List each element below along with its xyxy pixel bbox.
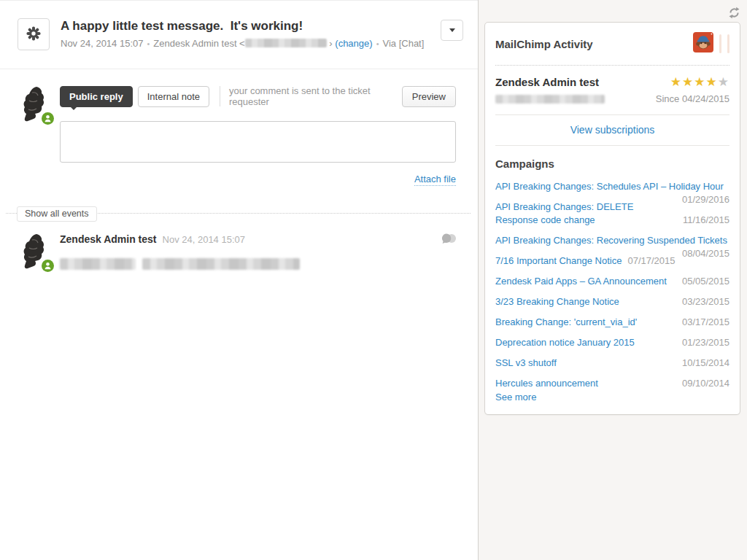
mailchimp-activity-card: MailChimp Activity <box>484 22 740 415</box>
campaign-link[interactable]: API Breaking Changes: DELETE Response co… <box>495 201 678 227</box>
chevron-down-icon <box>449 28 455 32</box>
agent-avatar <box>20 86 52 127</box>
redacted-comment-body <box>60 258 456 270</box>
gear-icon <box>26 26 41 43</box>
comment-item: Zendesk Admin testNov 24, 2014 15:07 <box>0 221 478 270</box>
reply-composer: Public reply Internal note your comment … <box>0 69 478 185</box>
ticket-title: A happy little test message. It's workin… <box>61 19 430 34</box>
star-icon: ★ <box>706 75 718 89</box>
skeleton-bar <box>727 34 729 53</box>
composer-hint: your comment is sent to the ticket reque… <box>229 85 402 107</box>
refresh-apps-button[interactable] <box>727 7 740 20</box>
ticket-meta: Nov 24, 2014 15:07•Zendesk Admin test < … <box>61 37 429 50</box>
campaign-date: 10/15/2014 <box>682 357 729 370</box>
dotted-divider <box>495 65 729 66</box>
attach-file-link[interactable]: Attach file <box>414 174 456 186</box>
card-header: MailChimp Activity <box>495 32 729 55</box>
change-requester-link[interactable]: (change) <box>335 38 372 49</box>
campaign-link[interactable]: SSL v3 shutoff <box>495 357 557 368</box>
campaign-date: 03/17/2015 <box>682 316 729 329</box>
requester-name: Zendesk Admin test < <box>153 38 244 49</box>
campaign-date: 09/10/2014 <box>682 377 729 390</box>
comment-author: Zendesk Admin test <box>60 233 157 245</box>
ticket-timestamp: Nov 24, 2014 15:07 <box>61 38 143 49</box>
redacted-text <box>142 258 300 270</box>
campaign-row: 7/16 Important Change Notice07/17/2015 <box>495 254 729 268</box>
campaign-row: Hercules announcement09/10/2014 <box>495 377 729 390</box>
reply-textarea[interactable] <box>60 121 456 163</box>
apps-sidebar: MailChimp Activity <box>478 0 747 560</box>
campaign-row: API Breaking Changes: Schedules API – Ho… <box>495 180 729 193</box>
campaign-row: API Breaking Changes: DELETE Response co… <box>495 201 729 227</box>
divider <box>495 145 729 146</box>
show-all-events-button[interactable]: Show all events <box>17 206 97 222</box>
ticket-header-text: A happy little test message. It's workin… <box>61 18 441 50</box>
ticket-pane: A happy little test message. It's workin… <box>0 0 478 560</box>
mailchimp-logo <box>693 32 713 55</box>
chat-bubbles-icon <box>441 233 457 249</box>
via-channel: Via [Chat] <box>382 38 424 49</box>
campaign-date: 05/05/2015 <box>682 275 729 288</box>
campaign-link[interactable]: Deprecation notice January 2015 <box>495 337 635 348</box>
member-since: Since 04/24/2015 <box>605 93 729 104</box>
comment-header: Zendesk Admin testNov 24, 2014 15:07 <box>60 233 456 246</box>
campaign-link[interactable]: Breaking Change: 'current_via_id' <box>495 316 637 327</box>
tab-public-reply[interactable]: Public reply <box>60 86 133 107</box>
comment-avatar <box>20 233 52 274</box>
redacted-email <box>495 95 605 104</box>
member-details-row: Since 04/24/2015 <box>495 93 729 104</box>
presence-badge-person-icon <box>42 260 54 275</box>
redacted-email <box>245 39 327 47</box>
campaign-link[interactable]: API Breaking Changes: Schedules API – Ho… <box>495 181 724 192</box>
tab-internal-note[interactable]: Internal note <box>138 86 209 107</box>
campaigns-heading: Campaigns <box>495 158 729 170</box>
campaign-link[interactable]: 3/23 Breaking Change Notice <box>495 296 619 307</box>
campaign-row: API Breaking Changes: Recovering Suspend… <box>495 234 729 247</box>
campaign-row: Deprecation notice January 201501/23/201… <box>495 336 729 349</box>
member-row: Zendesk Admin test ★★★★★ <box>495 76 729 88</box>
meta-separator: • <box>373 39 383 48</box>
composer-toolbar: Public reply Internal note your comment … <box>60 85 456 107</box>
comment-timestamp: Nov 24, 2014 15:07 <box>163 234 245 245</box>
attach-row: Attach file <box>60 172 456 185</box>
member-name: Zendesk Admin test <box>495 76 670 88</box>
member-rating: ★★★★★ <box>670 76 729 88</box>
star-icon: ★ <box>718 75 729 89</box>
campaign-link[interactable]: Hercules announcement <box>495 378 598 389</box>
app-title: MailChimp Activity <box>495 38 693 50</box>
star-icon: ★ <box>694 75 705 89</box>
campaign-date: 07/17/2015 <box>627 255 675 266</box>
campaign-link[interactable]: 7/16 Important Change Notice <box>495 255 622 266</box>
campaign-link[interactable]: API Breaking Changes: Recovering Suspend… <box>495 235 727 246</box>
skeleton-bar <box>719 34 721 53</box>
star-icon: ★ <box>670 75 682 89</box>
refresh-icon <box>728 10 740 21</box>
campaign-row: Breaking Change: 'current_via_id'03/17/2… <box>495 316 729 329</box>
ticket-settings-button[interactable] <box>18 18 50 50</box>
presence-badge-person-icon <box>42 112 54 128</box>
ticket-header: A happy little test message. It's workin… <box>0 1 478 69</box>
campaign-date: 01/23/2015 <box>682 336 729 349</box>
campaign-list: API Breaking Changes: Schedules API – Ho… <box>495 180 729 390</box>
redacted-text <box>60 258 136 270</box>
requester-suffix: › <box>329 38 332 49</box>
campaign-link[interactable]: Zendesk Paid Apps – GA Announcement <box>495 276 667 287</box>
preview-button[interactable]: Preview <box>402 86 456 107</box>
ticket-options-button[interactable] <box>441 20 463 41</box>
campaign-row: Zendesk Paid Apps – GA Announcement05/05… <box>495 275 729 288</box>
meta-separator: • <box>143 39 153 48</box>
campaign-row: 3/23 Breaking Change Notice03/23/2015 <box>495 295 729 308</box>
campaign-date: 03/23/2015 <box>682 295 729 308</box>
see-more-link[interactable]: See more <box>495 391 536 404</box>
campaign-date: 11/16/2015 <box>683 214 729 227</box>
star-icon: ★ <box>682 75 694 89</box>
campaign-row: SSL v3 shutoff10/15/2014 <box>495 357 729 370</box>
events-divider: Show all events <box>0 206 478 221</box>
view-subscriptions-link[interactable]: View subscriptions <box>495 115 729 145</box>
toolbar-divider <box>220 86 220 106</box>
zendesk-ticket-view: A happy little test message. It's workin… <box>0 0 747 560</box>
